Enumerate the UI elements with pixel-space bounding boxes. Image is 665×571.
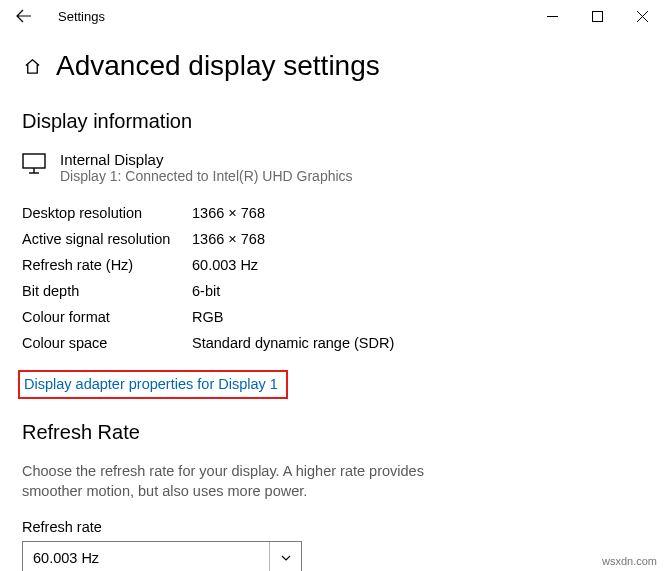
info-label: Active signal resolution <box>22 226 192 252</box>
watermark: wsxdn.com <box>602 555 657 567</box>
minimize-button[interactable] <box>530 0 575 32</box>
back-button[interactable] <box>8 0 40 32</box>
home-icon[interactable] <box>22 56 42 76</box>
page-header: Advanced display settings <box>22 50 643 82</box>
info-row: Bit depth6-bit <box>22 278 643 304</box>
content-area: Advanced display settings Display inform… <box>0 32 665 571</box>
info-value: 1366 × 768 <box>192 200 265 226</box>
info-value: Standard dynamic range (SDR) <box>192 330 394 356</box>
maximize-button[interactable] <box>575 0 620 32</box>
refresh-rate-selected: 60.003 Hz <box>33 550 269 566</box>
page-title: Advanced display settings <box>56 50 380 82</box>
maximize-icon <box>592 11 603 22</box>
info-label: Refresh rate (Hz) <box>22 252 192 278</box>
window-title: Settings <box>58 9 105 24</box>
info-row: Refresh rate (Hz)60.003 Hz <box>22 252 643 278</box>
info-label: Bit depth <box>22 278 192 304</box>
refresh-rate-help-text: Choose the refresh rate for your display… <box>22 462 452 501</box>
section-display-information: Display information <box>22 110 643 133</box>
arrow-left-icon <box>16 8 32 24</box>
info-row: Colour formatRGB <box>22 304 643 330</box>
display-info-table: Desktop resolution1366 × 768 Active sign… <box>22 200 643 356</box>
info-label: Colour format <box>22 304 192 330</box>
titlebar: Settings <box>0 0 665 32</box>
info-label: Colour space <box>22 330 192 356</box>
section-refresh-rate: Refresh Rate <box>22 421 643 444</box>
close-icon <box>637 11 648 22</box>
minimize-icon <box>547 11 558 22</box>
info-value: 1366 × 768 <box>192 226 265 252</box>
info-value: 6-bit <box>192 278 220 304</box>
close-button[interactable] <box>620 0 665 32</box>
display-connection: Display 1: Connected to Intel(R) UHD Gra… <box>60 168 353 184</box>
info-label: Desktop resolution <box>22 200 192 226</box>
display-summary: Internal Display Display 1: Connected to… <box>22 151 643 184</box>
display-adapter-properties-link[interactable]: Display adapter properties for Display 1 <box>18 370 288 399</box>
info-value: 60.003 Hz <box>192 252 258 278</box>
display-name: Internal Display <box>60 151 353 168</box>
info-row: Active signal resolution1366 × 768 <box>22 226 643 252</box>
monitor-icon <box>22 153 46 178</box>
chevron-down-icon <box>269 542 301 571</box>
info-row: Desktop resolution1366 × 768 <box>22 200 643 226</box>
info-row: Colour spaceStandard dynamic range (SDR) <box>22 330 643 356</box>
info-value: RGB <box>192 304 223 330</box>
svg-rect-1 <box>593 11 603 21</box>
refresh-rate-dropdown[interactable]: 60.003 Hz <box>22 541 302 571</box>
refresh-rate-field-label: Refresh rate <box>22 519 643 535</box>
svg-rect-2 <box>23 154 45 168</box>
